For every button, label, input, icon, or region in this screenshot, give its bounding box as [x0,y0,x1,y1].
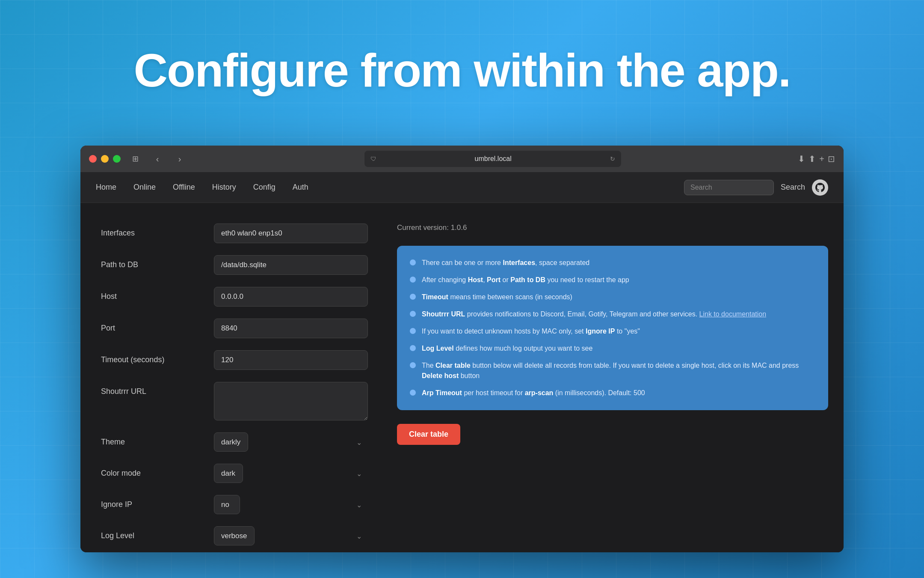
select-wrap-ignore-ip: no yes [214,495,368,514]
nav-links: Home Online Offline History Config Auth [96,180,308,194]
info-dot-6 [410,345,416,351]
form-row-shoutrrr-url: Shoutrrr URL [101,382,368,420]
back-button[interactable]: ‹ [150,151,165,167]
info-dot-2 [410,277,416,283]
label-log-level: Log Level [101,526,204,540]
sidebar-toggle-button[interactable]: ⊞ [127,151,143,167]
info-dot-4 [410,311,416,317]
input-timeout[interactable] [214,350,368,370]
info-text-5: If you want to detect unknown hosts by M… [422,326,640,337]
version-text: Current version: 1.0.6 [397,223,828,232]
info-text-6: Log Level defines how much log output yo… [422,343,592,354]
forward-button[interactable]: › [172,151,187,167]
info-item-8: Arp Timeout per host timeout for arp-sca… [410,388,815,398]
select-log-level[interactable]: verbose debug info warn error [214,526,255,545]
select-wrap-log-level: verbose debug info warn error [214,526,368,545]
info-item-5: If you want to detect unknown hosts by M… [410,326,815,337]
hero-title: Configure from within the app. [0,43,924,97]
browser-chrome: ⊞ ‹ › 🛡 umbrel.local ↻ ⬇ ⬆ + ⊡ [80,146,844,172]
traffic-light-yellow[interactable] [101,155,109,163]
nav-link-offline[interactable]: Offline [173,180,195,194]
label-ignore-ip: Ignore IP [101,495,204,509]
info-dot-8 [410,390,416,396]
label-interfaces: Interfaces [101,223,204,238]
browser-window: ⊞ ‹ › 🛡 umbrel.local ↻ ⬇ ⬆ + ⊡ Home Onli… [80,146,844,552]
info-item-3: Timeout means time between scans (in sec… [410,292,815,302]
label-host: Host [101,287,204,301]
new-tab-button[interactable]: + [819,154,824,164]
label-shoutrrr-url: Shoutrrr URL [101,382,204,396]
form-row-theme: Theme darkly light dark [101,432,368,452]
info-text-3: Timeout means time between scans (in sec… [422,292,572,302]
info-item-2: After changing Host, Port or Path to DB … [410,275,815,285]
form-row-interfaces: Interfaces [101,223,368,243]
form-row-timeout: Timeout (seconds) [101,350,368,370]
label-timeout: Timeout (seconds) [101,350,204,364]
select-color-mode[interactable]: dark light [214,464,243,483]
select-ignore-ip[interactable]: no yes [214,495,240,514]
github-icon[interactable] [812,179,828,196]
shield-icon: 🛡 [370,155,376,162]
browser-toolbar-right: ⬇ ⬆ + ⊡ [798,154,835,164]
form-row-path-to-db: Path to DB [101,255,368,275]
traffic-light-red[interactable] [89,155,97,163]
info-item-1: There can be one or more Interfaces, spa… [410,258,815,268]
share-button[interactable]: ⬆ [808,154,816,164]
info-item-6: Log Level defines how much log output yo… [410,343,815,354]
info-text-4: Shoutrrr URL provides notifications to D… [422,309,766,319]
search-button[interactable]: Search [781,181,805,194]
info-item-7: The Clear table button below will delete… [410,361,815,381]
search-input-wrap [684,180,774,195]
form-row-color-mode: Color mode dark light [101,464,368,483]
traffic-light-green[interactable] [113,155,121,163]
info-text-1: There can be one or more Interfaces, spa… [422,258,589,268]
tab-grid-button[interactable]: ⊡ [828,154,835,164]
nav-search-area: Search [684,179,828,196]
nav-link-home[interactable]: Home [96,180,116,194]
nav-link-auth[interactable]: Auth [293,180,308,194]
info-text-8: Arp Timeout per host timeout for arp-sca… [422,388,645,398]
info-dot-7 [410,362,416,368]
label-path-to-db: Path to DB [101,255,204,269]
info-text-7: The Clear table button below will delete… [422,361,815,381]
info-panel: Current version: 1.0.6 There can be one … [388,203,844,552]
label-theme: Theme [101,432,204,447]
search-input[interactable] [690,184,767,191]
input-host[interactable] [214,287,368,307]
docs-link[interactable]: Link to documentation [699,310,767,318]
select-wrap-theme: darkly light dark [214,432,368,452]
info-text-2: After changing Host, Port or Path to DB … [422,275,629,285]
form-row-port: Port [101,319,368,338]
input-interfaces[interactable] [214,223,368,243]
input-path-to-db[interactable] [214,255,368,275]
label-port: Port [101,319,204,333]
nav-link-online[interactable]: Online [133,180,156,194]
traffic-lights [89,155,121,163]
nav-link-config[interactable]: Config [253,180,275,194]
download-button[interactable]: ⬇ [798,154,805,164]
select-wrap-color-mode: dark light [214,464,368,483]
form-row-log-level: Log Level verbose debug info warn error [101,526,368,545]
config-form: Interfaces Path to DB Host Port Timeout … [80,203,388,552]
info-box: There can be one or more Interfaces, spa… [397,246,828,410]
select-theme[interactable]: darkly light dark [214,432,248,452]
nav-link-history[interactable]: History [212,180,236,194]
info-dot-5 [410,328,416,334]
input-port[interactable] [214,319,368,338]
reload-button[interactable]: ↻ [610,155,615,162]
app-content: Interfaces Path to DB Host Port Timeout … [80,203,844,552]
app-nav: Home Online Offline History Config Auth … [80,172,844,203]
label-color-mode: Color mode [101,464,204,478]
clear-table-button[interactable]: Clear table [397,424,460,445]
info-item-4: Shoutrrr URL provides notifications to D… [410,309,815,319]
info-dot-3 [410,294,416,300]
textarea-shoutrrr-url[interactable] [214,382,368,420]
form-row-host: Host [101,287,368,307]
address-bar-container: 🛡 umbrel.local ↻ [194,151,791,167]
address-text: umbrel.local [381,155,606,163]
info-dot-1 [410,259,416,265]
address-bar[interactable]: 🛡 umbrel.local ↻ [364,151,621,167]
form-row-ignore-ip: Ignore IP no yes [101,495,368,514]
